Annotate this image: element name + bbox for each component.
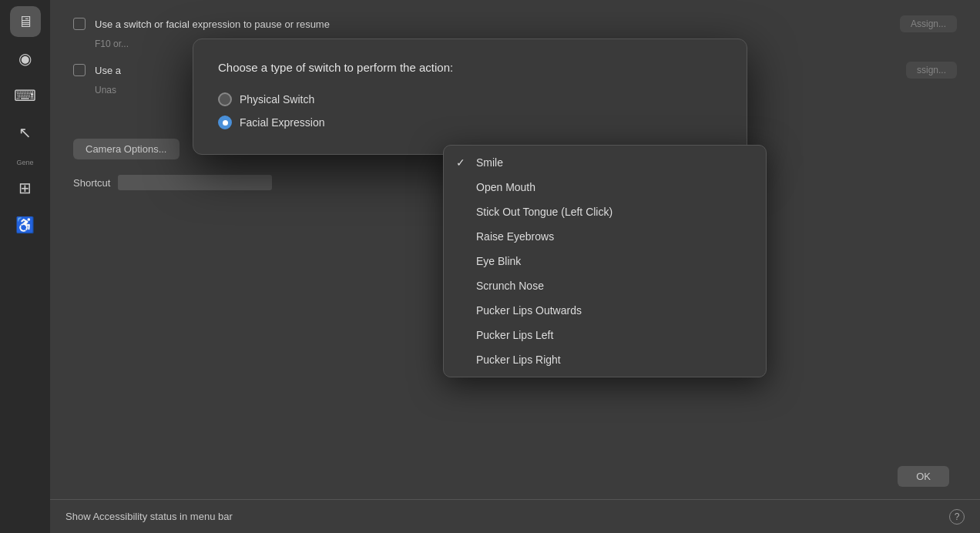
dropdown-item-smile[interactable]: ✓ Smile (444, 150, 766, 175)
sidebar-icon-apps[interactable]: ⊞ (10, 173, 41, 203)
pause-resume-label: Use a switch or facial expression to pau… (95, 18, 891, 30)
ok-button[interactable]: OK (898, 466, 949, 487)
radio-facial-label: Facial Expression (240, 116, 325, 129)
pause-resume-checkbox[interactable] (73, 18, 86, 30)
radio-group: Physical Switch Facial Expression (218, 92, 722, 129)
accessibility-status-label: Show Accessibility status in menu bar (65, 511, 233, 522)
item-text-open-mouth: Open Mouth (476, 181, 753, 193)
modal-title: Choose a type of switch to perform the a… (218, 61, 722, 74)
setting-row-1: Use a switch or facial expression to pau… (73, 15, 957, 32)
sidebar-icon-monitor[interactable]: 🖥 (10, 6, 41, 37)
dropdown-item-pucker-right[interactable]: Pucker Lips Right (444, 347, 766, 372)
dropdown-item-pucker-left[interactable]: Pucker Lips Left (444, 323, 766, 347)
sidebar: 🖥 ◉ ⌨ ↖ Gene ⊞ ♿ (0, 0, 50, 533)
dropdown-menu: ✓ Smile Open Mouth Stick Out Tongue (Lef… (443, 145, 767, 377)
assign-btn-2[interactable]: ssign... (906, 62, 957, 79)
modal-dialog: Choose a type of switch to perform the a… (193, 39, 747, 155)
item-text-pucker-right: Pucker Lips Right (476, 354, 753, 366)
sidebar-icon-accessibility[interactable]: ♿ (10, 210, 41, 240)
sidebar-icon-cursor[interactable]: ↖ (10, 117, 41, 148)
radio-facial[interactable]: Facial Expression (218, 116, 722, 129)
item-text-smile: Smile (476, 156, 753, 169)
radio-physical-label: Physical Switch (240, 93, 314, 106)
dropdown-item-tongue[interactable]: Stick Out Tongue (Left Click) (444, 199, 766, 224)
item-text-scrunch-nose: Scrunch Nose (476, 280, 753, 292)
bottom-bar: Show Accessibility status in menu bar ? (50, 499, 980, 533)
shortcut-label: Shortcut (73, 177, 110, 189)
item-text-pucker-left: Pucker Lips Left (476, 329, 753, 341)
use-checkbox-2[interactable] (73, 64, 86, 76)
help-button[interactable]: ? (949, 509, 965, 525)
camera-options-btn[interactable]: Camera Options... (73, 139, 180, 159)
sidebar-label-gene: Gene (16, 159, 33, 166)
assign-btn-1[interactable]: Assign... (900, 15, 957, 32)
dropdown-item-eye-blink[interactable]: Eye Blink (444, 249, 766, 273)
radio-physical-btn[interactable] (218, 92, 232, 106)
radio-facial-inner (223, 120, 228, 126)
dropdown-item-raise-eyebrows[interactable]: Raise Eyebrows (444, 224, 766, 249)
item-text-raise-eyebrows: Raise Eyebrows (476, 230, 753, 243)
shortcut-bar[interactable] (118, 175, 272, 190)
item-text-pucker-outwards: Pucker Lips Outwards (476, 304, 753, 317)
dropdown-item-pucker-outwards[interactable]: Pucker Lips Outwards (444, 298, 766, 323)
item-text-tongue: Stick Out Tongue (Left Click) (476, 206, 753, 218)
dropdown-item-open-mouth[interactable]: Open Mouth (444, 175, 766, 199)
item-text-eye-blink: Eye Blink (476, 255, 753, 267)
radio-physical[interactable]: Physical Switch (218, 92, 722, 106)
radio-facial-btn[interactable] (218, 116, 232, 129)
sidebar-icon-face[interactable]: ◉ (10, 43, 41, 74)
checkmark-smile: ✓ (456, 156, 468, 169)
dropdown-item-scrunch-nose[interactable]: Scrunch Nose (444, 273, 766, 298)
sidebar-icon-keyboard[interactable]: ⌨ (10, 80, 41, 111)
